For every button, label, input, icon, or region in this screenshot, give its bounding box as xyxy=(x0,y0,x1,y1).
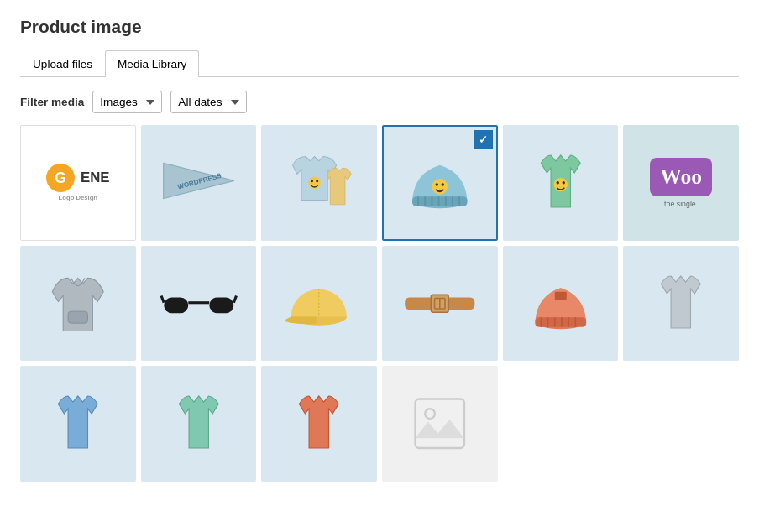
svg-point-18 xyxy=(556,181,559,185)
media-item-clothing-set-1[interactable] xyxy=(261,125,377,241)
media-item-belt[interactable] xyxy=(382,246,498,362)
media-item-beanie-selected[interactable]: ✓ xyxy=(382,125,498,241)
tab-media-library[interactable]: Media Library xyxy=(105,50,199,77)
svg-point-4 xyxy=(317,180,319,182)
svg-rect-22 xyxy=(209,297,233,313)
media-item-woo-logo[interactable]: Woo the single. xyxy=(623,125,739,241)
svg-point-16 xyxy=(442,183,445,186)
svg-point-15 xyxy=(436,183,439,186)
filter-row: Filter media Images Audio Video All date… xyxy=(20,91,739,113)
svg-point-3 xyxy=(311,180,313,182)
media-item-grey-hoodie[interactable] xyxy=(20,246,136,362)
media-grid: G ENE Logo Design WORDPRESS ✓ xyxy=(20,125,739,482)
svg-point-19 xyxy=(562,181,565,185)
svg-line-25 xyxy=(233,295,236,302)
filter-label: Filter media xyxy=(20,96,84,108)
media-item-grey-tshirt[interactable] xyxy=(623,246,739,362)
svg-point-42 xyxy=(425,409,435,420)
media-item-wordpress-pennant[interactable]: WORDPRESS xyxy=(141,125,257,241)
selected-check-badge: ✓ xyxy=(474,130,493,149)
filter-type-select[interactable]: Images Audio Video xyxy=(92,91,162,113)
svg-rect-41 xyxy=(416,399,464,448)
media-item-genesis-logo[interactable]: G ENE Logo Design xyxy=(20,125,136,241)
svg-rect-20 xyxy=(68,311,87,323)
media-item-placeholder[interactable] xyxy=(382,366,498,482)
svg-rect-21 xyxy=(164,297,188,313)
media-item-sunglasses[interactable] xyxy=(141,246,257,362)
media-item-blue-tshirt[interactable] xyxy=(20,366,136,482)
media-item-orange-tshirt[interactable] xyxy=(261,366,377,482)
filter-date-select[interactable]: All dates xyxy=(170,91,247,113)
media-item-orange-beanie[interactable] xyxy=(503,246,619,362)
svg-rect-33 xyxy=(535,317,586,327)
tab-upload-files[interactable]: Upload files xyxy=(20,50,105,77)
media-item-mint-tshirt[interactable] xyxy=(141,366,257,482)
page-title: Product image xyxy=(20,17,739,37)
tab-bar: Upload files Media Library xyxy=(20,50,739,77)
media-item-yellow-cap[interactable] xyxy=(261,246,377,362)
svg-rect-40 xyxy=(554,291,566,299)
media-item-green-tshirt[interactable] xyxy=(503,125,619,241)
svg-line-24 xyxy=(161,295,164,302)
